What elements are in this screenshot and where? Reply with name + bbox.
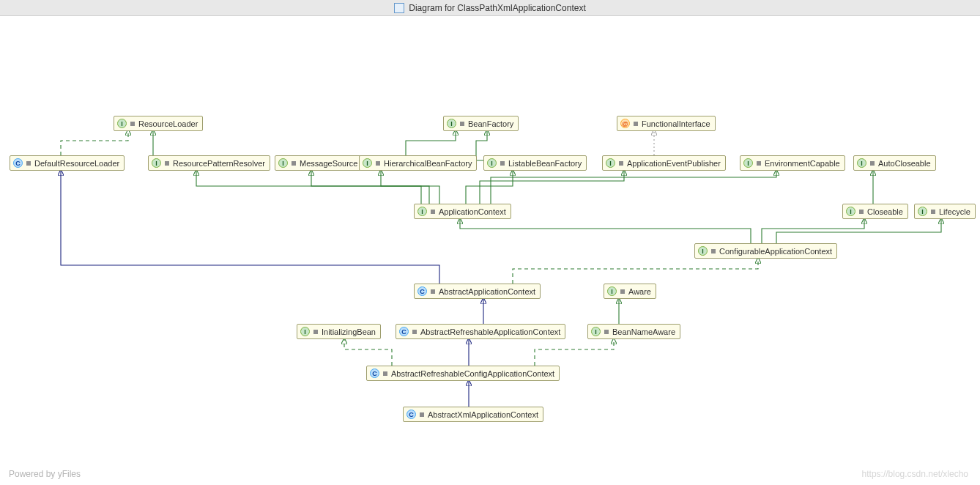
node-label: AbstractRefreshableApplicationContext (420, 327, 560, 336)
edge-abstractApplicationContext-to-configurableApplicationContext (513, 258, 758, 284)
node-beanFactory[interactable]: IBeanFactory (443, 116, 519, 131)
interface-icon: I (300, 327, 310, 336)
pin-icon (165, 161, 169, 166)
interface-icon: I (417, 207, 427, 216)
node-lifecycle[interactable]: ILifecycle (914, 204, 976, 219)
pin-icon (604, 330, 609, 334)
node-closeable[interactable]: ICloseable (842, 204, 908, 219)
node-label: BeanNameAware (612, 327, 675, 336)
node-label: InitializingBean (322, 327, 376, 336)
diagram-icon (394, 3, 404, 13)
pin-icon (26, 161, 31, 166)
node-label: Lifecycle (939, 207, 970, 216)
pin-icon (500, 161, 505, 166)
footer-attribution: https://blog.csdn.net/xlecho (862, 469, 968, 479)
annotation-icon: @ (620, 119, 630, 128)
interface-icon: I (846, 207, 855, 216)
node-label: AbstractXmlApplicationContext (428, 410, 538, 419)
edge-applicationContext-to-resourcePatternResolver (196, 170, 421, 204)
pin-icon (870, 161, 875, 166)
pin-icon (634, 122, 638, 126)
node-environmentCapable[interactable]: IEnvironmentCapable (740, 155, 845, 171)
node-messageSource[interactable]: IMessageSource (275, 155, 363, 171)
node-label: MessageSource (300, 159, 358, 168)
class-icon: C (417, 286, 427, 296)
class-icon: C (13, 158, 23, 168)
node-applicationContext[interactable]: IApplicationContext (414, 204, 511, 219)
node-label: AbstractRefreshableConfigApplicationCont… (391, 369, 554, 378)
node-label: FunctionalInterface (642, 119, 710, 128)
title-bar: Diagram for ClassPathXmlApplicationConte… (0, 0, 980, 16)
class-icon: C (407, 410, 416, 419)
node-label: ResourceLoader (138, 119, 198, 128)
node-label: Aware (628, 287, 651, 296)
node-hierarchicalBeanFactory[interactable]: IHierarchicalBeanFactory (359, 155, 477, 171)
node-label: HierarchicalBeanFactory (384, 159, 472, 168)
edge-abstractRefreshableConfigCtx-to-initializingBean (344, 338, 392, 366)
node-initializingBean[interactable]: IInitializingBean (297, 324, 381, 339)
edge-applicationContext-to-messageSource (311, 170, 429, 204)
pin-icon (313, 330, 318, 334)
node-label: ApplicationEventPublisher (627, 159, 721, 168)
node-listableBeanFactory[interactable]: IListableBeanFactory (483, 155, 587, 171)
node-label: ApplicationContext (439, 207, 506, 216)
edge-configurableApplicationContext-to-lifecycle (776, 218, 941, 243)
pin-icon (711, 249, 716, 253)
edge-defaultResourceLoader-to-resourceLoader (61, 130, 128, 155)
edge-abstractApplicationContext-to-defaultResourceLoader (61, 170, 439, 284)
edge-applicationContext-to-applicationEventPublisher (480, 170, 624, 204)
edge-configurableApplicationContext-to-applicationContext (460, 218, 751, 243)
node-abstractRefreshableConfigCtx[interactable]: CAbstractRefreshableConfigApplicationCon… (366, 366, 560, 381)
node-label: Closeable (867, 207, 903, 216)
node-label: ConfigurableApplicationContext (719, 247, 832, 256)
node-label: EnvironmentCapable (765, 159, 840, 168)
footer-powered-by: Powered by yFiles (9, 469, 81, 479)
edge-configurableApplicationContext-to-closeable (762, 218, 864, 243)
pin-icon (376, 161, 380, 166)
pin-icon (383, 371, 387, 376)
pin-icon (931, 210, 935, 214)
node-beanNameAware[interactable]: IBeanNameAware (587, 324, 680, 339)
interface-icon: I (487, 158, 497, 168)
diagram-canvas[interactable]: IResourceLoaderIBeanFactory@FunctionalIn… (0, 16, 980, 485)
interface-icon: I (447, 119, 456, 128)
edge-abstractRefreshableConfigCtx-to-beanNameAware (535, 338, 614, 366)
node-applicationEventPublisher[interactable]: IApplicationEventPublisher (602, 155, 726, 171)
edge-hierarchicalBeanFactory-to-beanFactory (406, 130, 456, 155)
pin-icon (420, 412, 424, 417)
node-abstractRefreshableAppCtx[interactable]: CAbstractRefreshableApplicationContext (396, 324, 565, 339)
interface-icon: I (743, 158, 753, 168)
interface-icon: I (698, 246, 708, 256)
pin-icon (130, 122, 135, 126)
interface-icon: I (857, 158, 866, 168)
interface-icon: I (591, 327, 601, 336)
node-resourcePatternResolver[interactable]: IResourcePatternResolver (148, 155, 270, 171)
node-label: AutoCloseable (878, 159, 931, 168)
class-icon: C (399, 327, 409, 336)
node-configurableApplicationContext[interactable]: IConfigurableApplicationContext (694, 243, 837, 259)
interface-icon: I (363, 158, 372, 168)
edge-applicationContext-to-environmentCapable (491, 170, 776, 204)
class-icon: C (370, 369, 379, 378)
interface-icon: I (918, 207, 927, 216)
interface-icon: I (117, 119, 127, 128)
pin-icon (859, 210, 864, 214)
interface-icon: I (606, 158, 615, 168)
node-aware[interactable]: IAware (604, 284, 656, 299)
node-autoCloseable[interactable]: IAutoCloseable (853, 155, 936, 171)
node-functionalInterface[interactable]: @FunctionalInterface (617, 116, 716, 131)
edge-applicationContext-to-hierarchicalBeanFactory (381, 170, 439, 204)
node-defaultResourceLoader[interactable]: CDefaultResourceLoader (10, 155, 125, 171)
node-abstractXmlAppCtx[interactable]: CAbstractXmlApplicationContext (403, 407, 543, 422)
pin-icon (431, 210, 435, 214)
pin-icon (757, 161, 761, 166)
pin-icon (431, 289, 435, 294)
pin-icon (292, 161, 296, 166)
node-label: AbstractApplicationContext (439, 287, 535, 296)
node-label: BeanFactory (468, 119, 513, 128)
edge-applicationContext-to-listableBeanFactory (466, 170, 513, 204)
node-resourceLoader[interactable]: IResourceLoader (114, 116, 203, 131)
pin-icon (620, 289, 625, 294)
pin-icon (619, 161, 623, 166)
node-abstractApplicationContext[interactable]: CAbstractApplicationContext (414, 284, 541, 299)
